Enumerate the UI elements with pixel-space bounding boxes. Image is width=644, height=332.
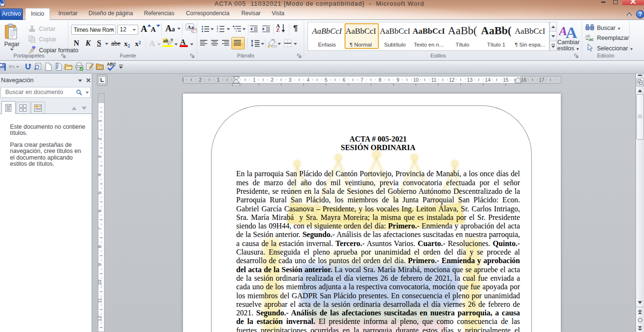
svg-text:1: 1 (253, 77, 256, 83)
svg-text:1: 1 (98, 120, 102, 123)
svg-text:ac: ac (589, 37, 594, 41)
svg-text:4: 4 (98, 173, 102, 176)
svg-text:5: 5 (98, 191, 102, 194)
svg-text:3: 3 (183, 77, 184, 83)
svg-text:4: 4 (307, 77, 309, 83)
svg-text:8: 8 (98, 245, 102, 248)
svg-text:11: 11 (431, 77, 436, 83)
svg-text:12: 12 (449, 77, 455, 83)
svg-text:9: 9 (98, 263, 102, 266)
svg-text:8: 8 (378, 77, 381, 83)
svg-text:2: 2 (199, 77, 202, 83)
svg-text:2: 2 (98, 138, 102, 141)
svg-text:12: 12 (98, 316, 102, 322)
svg-text:3: 3 (217, 30, 218, 33)
svg-text:13: 13 (467, 77, 473, 83)
svg-text:6: 6 (98, 209, 102, 212)
svg-text:16: 16 (521, 77, 527, 83)
svg-text:17: 17 (539, 77, 545, 83)
svg-text:A: A (566, 24, 577, 39)
svg-text:14: 14 (485, 77, 490, 83)
svg-text:1: 1 (217, 77, 220, 83)
svg-text:Aa: Aa (187, 24, 194, 30)
svg-text:6: 6 (343, 77, 346, 83)
svg-text:11: 11 (98, 298, 102, 303)
svg-text:10: 10 (98, 280, 102, 285)
svg-text:ab: ab (163, 38, 169, 43)
svg-text:3: 3 (288, 77, 291, 83)
svg-text:2: 2 (271, 77, 274, 83)
svg-text:10: 10 (413, 77, 419, 83)
svg-text:3: 3 (98, 155, 102, 158)
svg-text:9: 9 (396, 77, 399, 83)
svg-text:7: 7 (361, 77, 364, 83)
svg-text:7: 7 (98, 228, 102, 230)
svg-text:15: 15 (503, 77, 509, 83)
svg-text:5: 5 (325, 77, 327, 83)
